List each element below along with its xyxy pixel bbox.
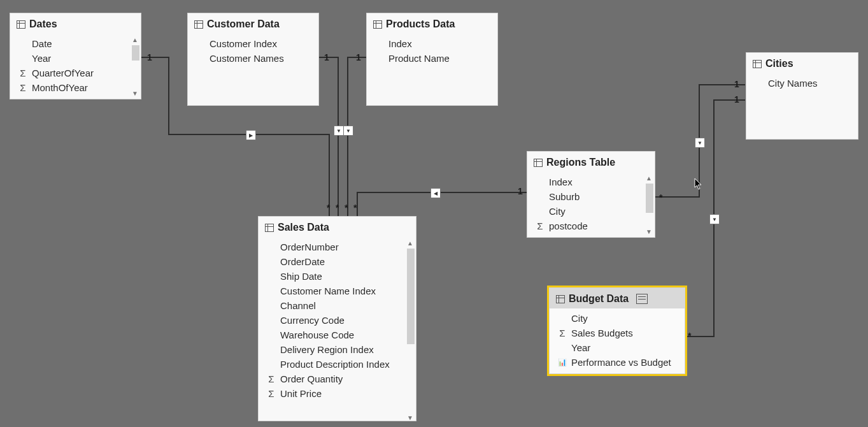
table-icon: [265, 224, 274, 232]
sigma-icon: Σ: [266, 389, 276, 399]
mouse-cursor-icon: [694, 178, 703, 190]
scroll-down-icon[interactable]: ▼: [131, 89, 139, 98]
flow-arrow: ▼: [334, 126, 344, 136]
cardinality-one: 1: [518, 186, 523, 196]
table-icon: [534, 159, 543, 167]
table-title: Dates: [29, 18, 57, 30]
table-products-data[interactable]: Products Data Index Product Name: [366, 13, 498, 106]
scrollbar-thumb[interactable]: [646, 184, 653, 213]
flow-arrow: ◀: [430, 188, 441, 198]
table-header[interactable]: Regions Table: [527, 152, 655, 172]
table-header[interactable]: Budget Data: [550, 288, 685, 308]
field[interactable]: Σ Order Quantity: [259, 372, 416, 386]
field[interactable]: Σ Unit Price: [259, 386, 416, 401]
field[interactable]: OrderDate: [259, 254, 416, 269]
field[interactable]: Delivery Region Index: [259, 342, 416, 357]
flow-arrow: ▶: [246, 130, 256, 140]
field[interactable]: Customer Names: [188, 51, 318, 66]
scrollbar-thumb[interactable]: [132, 45, 139, 61]
field[interactable]: Year: [550, 340, 685, 355]
field[interactable]: City: [527, 204, 655, 219]
table-fields: Index Product Name: [367, 34, 497, 105]
svg-rect-3: [195, 20, 203, 28]
svg-rect-9: [753, 60, 762, 68]
field[interactable]: Σ QuarterOfYear: [10, 66, 141, 80]
field[interactable]: OrderNumber: [259, 240, 416, 254]
table-fields: ▲ Date Year Σ QuarterOfYear Σ MonthOfYea…: [10, 34, 141, 99]
field[interactable]: Σ postcode: [527, 219, 655, 233]
field[interactable]: Product Name: [367, 51, 497, 66]
table-sales-data[interactable]: Sales Data ▲ OrderNumber OrderDate Ship …: [258, 216, 416, 421]
cardinality-one: 1: [147, 52, 152, 62]
measure-icon: 📊: [557, 358, 567, 368]
field[interactable]: Σ MonthOfYear: [10, 80, 141, 95]
table-title: Budget Data: [569, 293, 629, 305]
table-fields: ▲ Index Suburb City Σ postcode ▼: [527, 172, 655, 237]
table-fields: City Names: [746, 73, 858, 139]
model-view-canvas[interactable]: ▶ ▼ ▼ ◀ ▼ ▼ 1 1 1 1 1 1 * * * * * * Date…: [0, 0, 868, 427]
field[interactable]: Customer Name Index: [259, 284, 416, 298]
cardinality-one: 1: [324, 52, 329, 62]
table-title: Customer Data: [207, 18, 280, 30]
svg-rect-18: [557, 295, 565, 303]
flow-arrow: ▼: [709, 214, 720, 224]
field[interactable]: Channel: [259, 298, 416, 313]
field[interactable]: Product Description Index: [259, 357, 416, 372]
table-options-icon[interactable]: [636, 294, 648, 304]
field[interactable]: Warehouse Code: [259, 328, 416, 342]
table-header[interactable]: Products Data: [367, 13, 497, 34]
svg-rect-15: [266, 224, 274, 231]
table-customer-data[interactable]: Customer Data Customer Index Customer Na…: [187, 13, 319, 106]
table-title: Cities: [765, 58, 793, 69]
table-icon: [194, 20, 203, 29]
cardinality-many: *: [659, 192, 662, 203]
table-header[interactable]: Dates: [10, 13, 141, 34]
field[interactable]: City: [550, 311, 685, 326]
field[interactable]: Ship Date: [259, 269, 416, 284]
field[interactable]: Σ Sales Budgets: [550, 326, 685, 340]
table-icon: [373, 20, 382, 29]
table-cities[interactable]: Cities City Names: [746, 52, 858, 140]
table-budget-data[interactable]: Budget Data City Σ Sales Budgets Year 📊 …: [549, 287, 685, 374]
field[interactable]: Year: [10, 51, 141, 66]
cardinality-many: *: [353, 203, 357, 213]
field[interactable]: Currency Code: [259, 313, 416, 328]
table-header[interactable]: Cities: [746, 53, 858, 73]
table-icon: [753, 60, 762, 68]
table-header[interactable]: Sales Data: [259, 217, 416, 237]
table-dates[interactable]: Dates ▲ Date Year Σ QuarterOfYear Σ Mont…: [10, 13, 141, 99]
sigma-icon: Σ: [18, 68, 28, 78]
scrollbar-thumb[interactable]: [407, 249, 415, 344]
sigma-icon: Σ: [557, 328, 567, 338]
field[interactable]: Date: [10, 36, 141, 51]
field[interactable]: Customer Index: [188, 36, 318, 51]
table-fields: Customer Index Customer Names: [188, 34, 318, 105]
sigma-icon: Σ: [535, 221, 545, 231]
scroll-down-icon[interactable]: ▼: [406, 413, 415, 422]
table-icon: [17, 20, 25, 29]
table-regions[interactable]: Regions Table ▲ Index Suburb City Σ post…: [527, 151, 655, 238]
cardinality-many: *: [345, 203, 348, 213]
table-header[interactable]: Customer Data: [188, 13, 318, 34]
svg-rect-6: [374, 20, 382, 28]
flow-arrow: ▼: [343, 126, 353, 136]
cardinality-many: *: [327, 203, 330, 213]
table-title: Sales Data: [278, 222, 329, 233]
field[interactable]: Suburb: [527, 189, 655, 204]
field[interactable]: Index: [367, 36, 497, 51]
field[interactable]: City Names: [746, 76, 858, 90]
table-fields: City Σ Sales Budgets Year 📊 Performance …: [550, 308, 685, 373]
table-title: Products Data: [386, 18, 455, 30]
cardinality-many: *: [336, 203, 339, 213]
sigma-icon: Σ: [18, 83, 28, 93]
cardinality-many: *: [688, 331, 691, 341]
table-fields: ▲ OrderNumber OrderDate Ship Date Custom…: [259, 237, 416, 423]
scroll-down-icon[interactable]: ▼: [644, 227, 653, 236]
cardinality-one: 1: [734, 79, 739, 89]
field[interactable]: 📊 Performance vs Budget: [550, 355, 685, 370]
cardinality-one: 1: [356, 52, 361, 62]
svg-rect-12: [534, 159, 543, 166]
svg-rect-0: [17, 20, 25, 28]
sigma-icon: Σ: [266, 374, 276, 384]
field[interactable]: Index: [527, 175, 655, 189]
